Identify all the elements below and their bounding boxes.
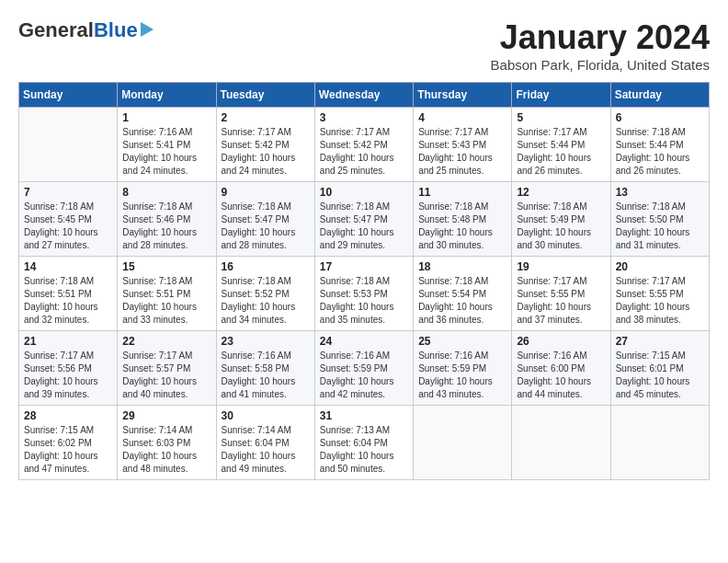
calendar-cell: 4Sunrise: 7:17 AM Sunset: 5:43 PM Daylig…	[414, 108, 512, 182]
day-info: Sunrise: 7:18 AM Sunset: 5:50 PM Dayligh…	[616, 201, 704, 252]
day-info: Sunrise: 7:17 AM Sunset: 5:44 PM Dayligh…	[517, 126, 605, 178]
calendar-cell: 23Sunrise: 7:16 AM Sunset: 5:58 PM Dayli…	[216, 331, 314, 406]
logo-blue-text: Blue	[94, 18, 138, 42]
day-number: 2	[222, 111, 310, 124]
calendar-cell: 17Sunrise: 7:18 AM Sunset: 5:53 PM Dayli…	[314, 257, 413, 331]
weekday-header-thursday: Thursday	[414, 83, 512, 108]
day-info: Sunrise: 7:16 AM Sunset: 5:59 PM Dayligh…	[320, 350, 408, 401]
day-number: 17	[320, 260, 408, 273]
calendar-cell: 14Sunrise: 7:18 AM Sunset: 5:51 PM Dayli…	[19, 257, 118, 331]
calendar-cell	[19, 108, 118, 182]
day-number: 4	[418, 111, 506, 124]
day-info: Sunrise: 7:14 AM Sunset: 6:03 PM Dayligh…	[122, 424, 210, 476]
day-info: Sunrise: 7:17 AM Sunset: 5:57 PM Dayligh…	[122, 350, 210, 401]
day-number: 8	[122, 186, 210, 199]
day-number: 14	[24, 260, 112, 273]
day-info: Sunrise: 7:17 AM Sunset: 5:55 PM Dayligh…	[616, 275, 704, 327]
calendar-cell: 24Sunrise: 7:16 AM Sunset: 5:59 PM Dayli…	[314, 331, 413, 406]
day-info: Sunrise: 7:18 AM Sunset: 5:44 PM Dayligh…	[616, 126, 704, 178]
day-info: Sunrise: 7:18 AM Sunset: 5:47 PM Dayligh…	[222, 201, 310, 252]
day-info: Sunrise: 7:17 AM Sunset: 5:42 PM Dayligh…	[320, 126, 408, 178]
calendar-cell: 31Sunrise: 7:13 AM Sunset: 6:04 PM Dayli…	[314, 406, 413, 480]
month-title: January 2024	[491, 18, 710, 57]
day-number: 29	[122, 409, 210, 422]
day-info: Sunrise: 7:18 AM Sunset: 5:54 PM Dayligh…	[418, 275, 506, 327]
day-info: Sunrise: 7:18 AM Sunset: 5:48 PM Dayligh…	[418, 201, 506, 252]
day-number: 24	[320, 335, 408, 348]
day-number: 21	[24, 335, 112, 348]
day-info: Sunrise: 7:15 AM Sunset: 6:02 PM Dayligh…	[24, 424, 112, 476]
weekday-header-tuesday: Tuesday	[216, 83, 314, 108]
day-info: Sunrise: 7:17 AM Sunset: 5:43 PM Dayligh…	[418, 126, 506, 178]
day-info: Sunrise: 7:17 AM Sunset: 5:42 PM Dayligh…	[222, 126, 310, 178]
page-header: General Blue January 2024 Babson Park, F…	[18, 18, 710, 73]
calendar-cell: 28Sunrise: 7:15 AM Sunset: 6:02 PM Dayli…	[19, 406, 118, 480]
day-number: 13	[616, 186, 704, 199]
calendar-cell: 21Sunrise: 7:17 AM Sunset: 5:56 PM Dayli…	[19, 331, 118, 406]
calendar-cell: 30Sunrise: 7:14 AM Sunset: 6:04 PM Dayli…	[216, 406, 314, 480]
day-number: 25	[418, 335, 506, 348]
day-info: Sunrise: 7:17 AM Sunset: 5:56 PM Dayligh…	[24, 350, 112, 401]
calendar-cell: 20Sunrise: 7:17 AM Sunset: 5:55 PM Dayli…	[610, 257, 709, 331]
day-number: 6	[616, 111, 704, 124]
calendar-cell	[512, 406, 610, 480]
day-info: Sunrise: 7:16 AM Sunset: 5:59 PM Dayligh…	[418, 350, 506, 401]
day-info: Sunrise: 7:18 AM Sunset: 5:45 PM Dayligh…	[24, 201, 112, 252]
calendar-cell: 15Sunrise: 7:18 AM Sunset: 5:51 PM Dayli…	[118, 257, 216, 331]
day-info: Sunrise: 7:16 AM Sunset: 5:58 PM Dayligh…	[222, 350, 310, 401]
calendar-cell: 18Sunrise: 7:18 AM Sunset: 5:54 PM Dayli…	[414, 257, 512, 331]
calendar-cell: 9Sunrise: 7:18 AM Sunset: 5:47 PM Daylig…	[216, 182, 314, 257]
day-number: 27	[616, 335, 704, 348]
calendar-header: SundayMondayTuesdayWednesdayThursdayFrid…	[19, 83, 710, 108]
day-number: 10	[320, 186, 408, 199]
calendar-week-4: 21Sunrise: 7:17 AM Sunset: 5:56 PM Dayli…	[19, 331, 710, 406]
logo: General Blue	[18, 18, 154, 42]
day-number: 12	[517, 186, 605, 199]
day-info: Sunrise: 7:14 AM Sunset: 6:04 PM Dayligh…	[222, 424, 310, 476]
calendar-cell: 5Sunrise: 7:17 AM Sunset: 5:44 PM Daylig…	[512, 108, 610, 182]
day-info: Sunrise: 7:18 AM Sunset: 5:53 PM Dayligh…	[320, 275, 408, 327]
calendar-cell: 7Sunrise: 7:18 AM Sunset: 5:45 PM Daylig…	[19, 182, 118, 257]
day-number: 5	[517, 111, 605, 124]
calendar-cell	[414, 406, 512, 480]
calendar-cell: 2Sunrise: 7:17 AM Sunset: 5:42 PM Daylig…	[216, 108, 314, 182]
calendar-cell: 10Sunrise: 7:18 AM Sunset: 5:47 PM Dayli…	[314, 182, 413, 257]
calendar-week-3: 14Sunrise: 7:18 AM Sunset: 5:51 PM Dayli…	[19, 257, 710, 331]
calendar-cell: 29Sunrise: 7:14 AM Sunset: 6:03 PM Dayli…	[118, 406, 216, 480]
weekday-header-wednesday: Wednesday	[314, 83, 413, 108]
day-number: 20	[616, 260, 704, 273]
weekday-header-friday: Friday	[512, 83, 610, 108]
calendar-cell: 6Sunrise: 7:18 AM Sunset: 5:44 PM Daylig…	[610, 108, 709, 182]
day-number: 23	[222, 335, 310, 348]
day-info: Sunrise: 7:13 AM Sunset: 6:04 PM Dayligh…	[320, 424, 408, 476]
day-info: Sunrise: 7:18 AM Sunset: 5:49 PM Dayligh…	[517, 201, 605, 252]
calendar-cell: 8Sunrise: 7:18 AM Sunset: 5:46 PM Daylig…	[118, 182, 216, 257]
day-number: 26	[517, 335, 605, 348]
calendar-cell: 22Sunrise: 7:17 AM Sunset: 5:57 PM Dayli…	[118, 331, 216, 406]
calendar-cell: 25Sunrise: 7:16 AM Sunset: 5:59 PM Dayli…	[414, 331, 512, 406]
calendar-week-5: 28Sunrise: 7:15 AM Sunset: 6:02 PM Dayli…	[19, 406, 710, 480]
logo-general-text: General	[18, 18, 94, 42]
day-number: 18	[418, 260, 506, 273]
calendar-cell: 19Sunrise: 7:17 AM Sunset: 5:55 PM Dayli…	[512, 257, 610, 331]
day-number: 22	[122, 335, 210, 348]
weekday-header-sunday: Sunday	[19, 83, 118, 108]
title-section: January 2024 Babson Park, Florida, Unite…	[491, 18, 710, 73]
day-info: Sunrise: 7:16 AM Sunset: 5:41 PM Dayligh…	[122, 126, 210, 178]
calendar-cell: 12Sunrise: 7:18 AM Sunset: 5:49 PM Dayli…	[512, 182, 610, 257]
day-number: 3	[320, 111, 408, 124]
day-number: 28	[24, 409, 112, 422]
calendar-cell: 26Sunrise: 7:16 AM Sunset: 6:00 PM Dayli…	[512, 331, 610, 406]
day-number: 31	[320, 409, 408, 422]
day-info: Sunrise: 7:18 AM Sunset: 5:47 PM Dayligh…	[320, 201, 408, 252]
day-info: Sunrise: 7:15 AM Sunset: 6:01 PM Dayligh…	[616, 350, 704, 401]
day-number: 11	[418, 186, 506, 199]
calendar-cell: 3Sunrise: 7:17 AM Sunset: 5:42 PM Daylig…	[314, 108, 413, 182]
day-info: Sunrise: 7:16 AM Sunset: 6:00 PM Dayligh…	[517, 350, 605, 401]
calendar-cell	[610, 406, 709, 480]
calendar-week-2: 7Sunrise: 7:18 AM Sunset: 5:45 PM Daylig…	[19, 182, 710, 257]
calendar-cell: 27Sunrise: 7:15 AM Sunset: 6:01 PM Dayli…	[610, 331, 709, 406]
weekday-header-monday: Monday	[118, 83, 216, 108]
day-info: Sunrise: 7:18 AM Sunset: 5:52 PM Dayligh…	[222, 275, 310, 327]
weekday-header-saturday: Saturday	[610, 83, 709, 108]
